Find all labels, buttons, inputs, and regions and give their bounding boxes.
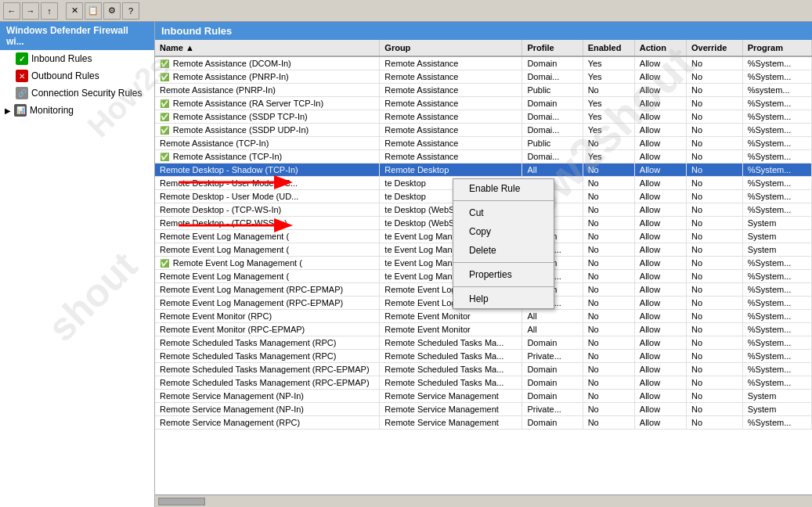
cell-enabled: Yes — [583, 97, 634, 110]
cell-enabled: No — [583, 137, 634, 150]
cell-profile: Domain — [522, 376, 583, 390]
up-button[interactable]: ↑ — [41, 2, 58, 20]
cell-action: Allow — [634, 137, 686, 150]
cell-program: %System... — [742, 323, 811, 336]
col-program[interactable]: Program — [742, 40, 811, 56]
context-menu-delete[interactable]: Delete — [453, 241, 554, 260]
cell-group: Remote Scheduled Tasks Ma... — [380, 336, 522, 350]
cell-enabled: No — [583, 416, 634, 430]
sidebar-item-monitoring[interactable]: ▶ 📊 Monitoring — [0, 102, 154, 119]
context-menu-cut[interactable]: Cut — [453, 203, 554, 222]
cell-override: No — [687, 70, 743, 84]
sidebar-item-label: Inbound Rules — [31, 53, 92, 64]
cell-group: Remote Assistance — [380, 150, 522, 164]
table-row[interactable]: ✅ Remote Assistance (TCP-In)Remote Assis… — [155, 150, 812, 164]
cell-profile: Public — [522, 137, 583, 150]
context-menu-help[interactable]: Help — [453, 289, 554, 308]
cell-action: Allow — [634, 297, 686, 310]
context-menu-copy[interactable]: Copy — [453, 222, 554, 241]
properties-toolbar-button[interactable]: ⚙ — [103, 2, 121, 20]
cell-name: ✅ Remote Assistance (DCOM-In) — [155, 56, 380, 70]
col-override[interactable]: Override — [687, 40, 743, 56]
cell-profile: Domain — [522, 363, 583, 376]
table-row[interactable]: ✅ Remote Assistance (SSDP UDP-In)Remote … — [155, 124, 812, 137]
cell-name: Remote Scheduled Tasks Management (RPC-E… — [155, 376, 380, 390]
cell-program: %System... — [742, 376, 811, 390]
cell-override: No — [687, 350, 743, 363]
cell-program: %System... — [742, 110, 811, 124]
scrollbar-horizontal[interactable] — [155, 494, 812, 507]
col-enabled[interactable]: Enabled — [583, 40, 634, 56]
cell-group: Remote Assistance — [380, 97, 522, 110]
cell-action: Allow — [634, 84, 686, 97]
cell-profile: Domain — [522, 416, 583, 430]
forward-button[interactable]: → — [22, 2, 39, 20]
col-profile[interactable]: Profile — [522, 40, 583, 56]
cell-enabled: No — [583, 190, 634, 203]
cell-action: Allow — [634, 270, 686, 283]
cell-enabled: No — [583, 84, 634, 97]
table-row[interactable]: Remote Event Monitor (RPC)Remote Event M… — [155, 310, 812, 323]
table-row[interactable]: ✅ Remote Assistance (RA Server TCP-In)Re… — [155, 97, 812, 110]
col-name[interactable]: Name ▲ — [155, 40, 380, 56]
table-row[interactable]: Remote Assistance (TCP-In)Remote Assista… — [155, 137, 812, 150]
cell-override: No — [687, 336, 743, 350]
help-toolbar-button[interactable]: ? — [122, 2, 139, 20]
cell-enabled: No — [583, 270, 634, 283]
cell-name: ✅ Remote Assistance (RA Server TCP-In) — [155, 97, 380, 110]
cell-program: %System... — [742, 297, 811, 310]
stop-button[interactable]: ✕ — [66, 2, 83, 20]
cell-group: Remote Assistance — [380, 84, 522, 97]
context-menu-enable-rule[interactable]: Enable Rule — [453, 179, 554, 198]
sidebar-item-inbound[interactable]: ✓ Inbound Rules — [0, 50, 154, 67]
context-menu-separator — [453, 262, 554, 263]
table-row[interactable]: Remote Assistance (PNRP-In)Remote Assist… — [155, 84, 812, 97]
cell-action: Allow — [634, 150, 686, 164]
table-row[interactable]: Remote Scheduled Tasks Management (RPC)R… — [155, 350, 812, 363]
cell-name: Remote Desktop - User Mode (UD... — [155, 190, 380, 203]
table-row[interactable]: Remote Desktop - Shadow (TCP-In)Remote D… — [155, 164, 812, 177]
table-row[interactable]: Remote Service Management (NP-In)Remote … — [155, 390, 812, 403]
context-menu-properties[interactable]: Properties — [453, 265, 554, 284]
cell-name: Remote Service Management (NP-In) — [155, 390, 380, 403]
cell-profile: All — [522, 164, 583, 177]
table-row[interactable]: Remote Event Monitor (RPC-EPMAP)Remote E… — [155, 323, 812, 336]
cell-program: %system... — [742, 84, 811, 97]
table-row[interactable]: Remote Scheduled Tasks Management (RPC-E… — [155, 376, 812, 390]
cell-profile: Domain — [522, 97, 583, 110]
cell-action: Allow — [634, 390, 686, 403]
cell-override: No — [687, 270, 743, 283]
col-group[interactable]: Group — [380, 40, 522, 56]
cell-group: Remote Assistance — [380, 124, 522, 137]
table-row[interactable]: ✅ Remote Assistance (SSDP TCP-In)Remote … — [155, 110, 812, 124]
cell-name: Remote Service Management (RPC) — [155, 416, 380, 430]
table-row[interactable]: ✅ Remote Assistance (PNRP-In)Remote Assi… — [155, 70, 812, 84]
table-row[interactable]: Remote Scheduled Tasks Management (RPC-E… — [155, 363, 812, 376]
cell-action: Allow — [634, 230, 686, 243]
cell-enabled: No — [583, 164, 634, 177]
cell-action: Allow — [634, 336, 686, 350]
col-action[interactable]: Action — [634, 40, 686, 56]
cell-enabled: No — [583, 230, 634, 243]
table-row[interactable]: Remote Scheduled Tasks Management (RPC)R… — [155, 336, 812, 350]
cell-override: No — [687, 416, 743, 430]
cell-action: Allow — [634, 124, 686, 137]
cell-program: %System... — [742, 177, 811, 190]
sidebar-item-connection[interactable]: 🔗 Connection Security Rules — [0, 84, 154, 102]
cell-action: Allow — [634, 177, 686, 190]
cell-enabled: Yes — [583, 70, 634, 84]
cell-enabled: No — [583, 243, 634, 257]
table-row[interactable]: Remote Service Management (NP-In)Remote … — [155, 403, 812, 416]
table-row[interactable]: Remote Service Management (RPC)Remote Se… — [155, 416, 812, 430]
cell-override: No — [687, 110, 743, 124]
cell-name: Remote Scheduled Tasks Management (RPC-E… — [155, 363, 380, 376]
sidebar-item-outbound[interactable]: ✕ Outbound Rules — [0, 67, 154, 84]
monitoring-icon: 📊 — [14, 104, 27, 117]
table-row[interactable]: ✅ Remote Assistance (DCOM-In)Remote Assi… — [155, 56, 812, 70]
cell-action: Allow — [634, 110, 686, 124]
cell-override: No — [687, 310, 743, 323]
back-button[interactable]: ← — [3, 2, 20, 20]
cell-action: Allow — [634, 363, 686, 376]
cell-group: Remote Scheduled Tasks Ma... — [380, 376, 522, 390]
clipboard-button[interactable]: 📋 — [85, 2, 102, 20]
